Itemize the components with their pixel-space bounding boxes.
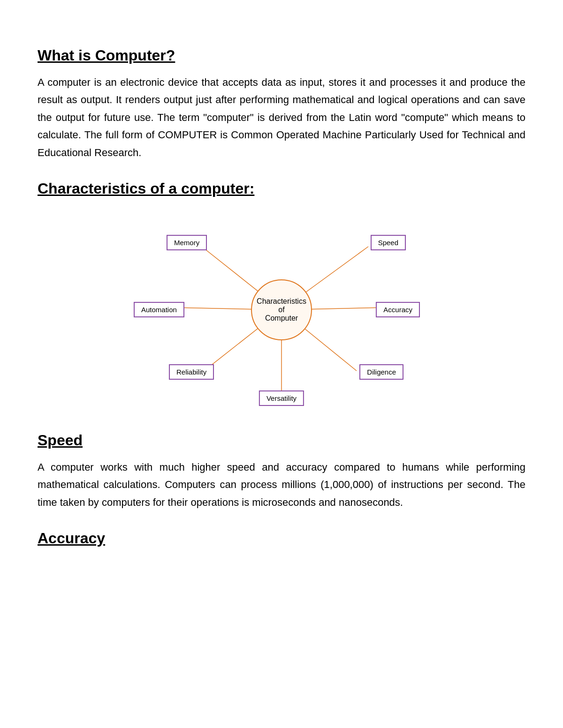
- intro-paragraph: A computer is an electronic device that …: [38, 74, 525, 161]
- characteristics-title: Characteristics of a computer:: [38, 180, 525, 197]
- memory-node: Memory: [167, 235, 207, 250]
- characteristics-diagram: CharacteristicsofComputer Memory Speed A…: [38, 211, 525, 408]
- accuracy-title: Accuracy: [38, 530, 525, 547]
- reliability-node: Reliability: [169, 364, 214, 380]
- speed-paragraph: A computer works with much higher speed …: [38, 458, 525, 511]
- speed-title: Speed: [38, 432, 525, 449]
- versatility-node: Versatility: [259, 390, 304, 406]
- accuracy-node: Accuracy: [376, 302, 420, 317]
- center-node: CharacteristicsofComputer: [251, 279, 312, 340]
- speed-node: Speed: [371, 235, 406, 250]
- page-title: What is Computer?: [38, 47, 525, 64]
- automation-node: Automation: [134, 302, 184, 317]
- diligence-node: Diligence: [359, 364, 403, 380]
